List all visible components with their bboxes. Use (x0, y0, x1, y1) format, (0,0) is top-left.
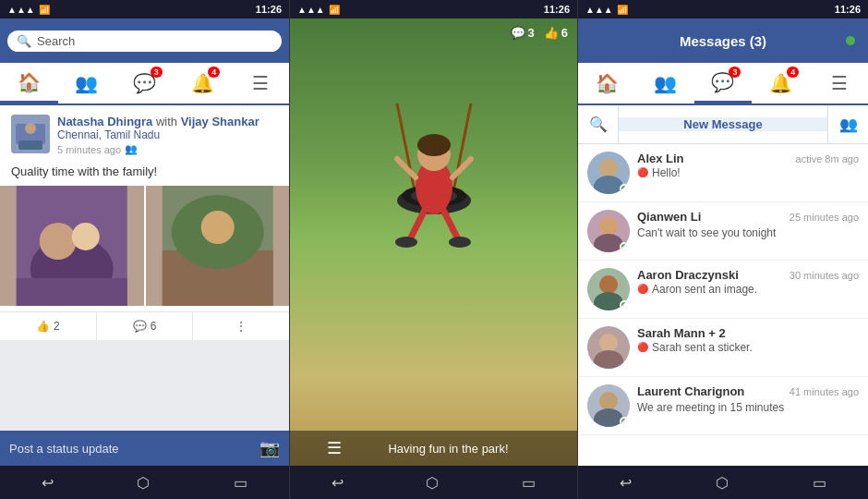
message-body-alex: Alex Lin active 8m ago 🔴 Hello! (637, 152, 859, 179)
message-name-alex: Alex Lin (637, 152, 684, 165)
svg-point-29 (599, 159, 618, 177)
status-time-middle: 11:26 (544, 4, 570, 15)
back-button-middle[interactable]: ↩ (332, 474, 344, 492)
avatar-laurent (587, 384, 630, 427)
camera-icon[interactable]: 📷 (259, 438, 280, 458)
nav-friends-right[interactable]: 👥 (636, 63, 694, 103)
svg-point-21 (417, 134, 451, 156)
unread-icon-aaron: 🔴 (637, 284, 648, 294)
svg-point-35 (599, 275, 618, 294)
status-bar-right: ▲▲▲ 📶 11:26 (578, 0, 868, 18)
status-bar-left: ▲▲▲ 📶 11:26 (0, 0, 289, 18)
right-panel: ▲▲▲ 📶 11:26 Messages (3) 🏠 👥 💬 3 🔔 4 ☰ (578, 0, 868, 499)
message-item-alex[interactable]: Alex Lin active 8m ago 🔴 Hello! (578, 144, 868, 202)
swing-illustration (342, 103, 526, 381)
recents-button-left[interactable]: ▭ (234, 474, 247, 492)
signal-icon-mid: 📶 (329, 5, 340, 15)
message-time-aaron: 30 minutes ago (790, 270, 859, 281)
home-button-middle[interactable]: ⬡ (426, 474, 439, 492)
group-message-button[interactable]: 👥 (827, 105, 868, 143)
nav-home[interactable]: 🏠 (0, 63, 58, 103)
like-counter: 👍 6 (544, 26, 568, 40)
message-time-laurent: 41 minutes ago (790, 386, 859, 397)
nav-friends[interactable]: 👥 (58, 63, 116, 103)
nav-notifications[interactable]: 🔔 4 (174, 63, 232, 103)
signal-icon: 📶 (39, 5, 50, 15)
status-icons-left: ▲▲▲ 📶 (7, 5, 50, 15)
status-icons-middle: ▲▲▲ 📶 (297, 5, 340, 15)
photo-counters: 💬 3 👍 6 (290, 18, 577, 47)
home-icon-right: 🏠 (596, 72, 619, 94)
nav-bar-right: 🏠 👥 💬 3 🔔 4 ☰ (578, 63, 868, 105)
nav-menu[interactable]: ☰ (231, 63, 289, 103)
back-button-left[interactable]: ↩ (42, 474, 54, 492)
feed-content: Natasha Dhingra with Vijay Shankar Chenn… (0, 105, 289, 431)
status-input-bar[interactable]: Post a status update 📷 (0, 431, 289, 466)
post-meta: Natasha Dhingra with Vijay Shankar Chenn… (57, 115, 278, 155)
messages-search-button[interactable]: 🔍 (578, 105, 619, 143)
svg-point-32 (599, 217, 618, 236)
status-icons-right: ▲▲▲ 📶 (585, 5, 628, 15)
search-bar[interactable]: 🔍 Search (7, 30, 282, 52)
post-images (0, 186, 289, 306)
svg-point-6 (40, 223, 77, 260)
recents-button-middle[interactable]: ▭ (522, 474, 536, 492)
online-dot-qianwen (620, 242, 629, 251)
message-preview-qianwen: Can't wait to see you tonight (637, 226, 776, 239)
status-placeholder: Post a status update (9, 442, 119, 456)
message-name-sarah: Sarah Mann + 2 (637, 326, 726, 340)
post-actions: 👍 2 💬 6 ⋮ (0, 311, 289, 340)
svg-point-27 (449, 237, 471, 248)
message-item-aaron[interactable]: Aaron Draczynski 30 minutes ago 🔴 Aaron … (578, 261, 868, 319)
status-time-left: 11:26 (256, 4, 282, 15)
post-text: Quality time with the family! (0, 161, 289, 186)
recents-button-right[interactable]: ▭ (813, 474, 826, 492)
group-icon-msg: 👥 (839, 116, 858, 133)
message-body-sarah: Sarah Mann + 2 🔴 Sarah sent a sticker. (637, 326, 859, 354)
message-preview-sarah: Sarah sent a sticker. (652, 341, 753, 354)
message-item-laurent[interactable]: Laurent Charignon 41 minutes ago We are … (578, 377, 868, 435)
post-image-1 (0, 186, 144, 306)
notifications-badge: 4 (208, 67, 220, 78)
comment-button[interactable]: 💬 6 (97, 312, 194, 340)
wifi-icon-mid: ▲▲▲ (297, 5, 325, 15)
comment-counter: 💬 3 (511, 26, 535, 40)
nav-menu-right[interactable]: ☰ (810, 63, 868, 103)
home-button-left[interactable]: ⬡ (137, 474, 150, 492)
nav-notifications-right[interactable]: 🔔 4 (752, 63, 810, 103)
thumbs-up-icon: 👍 (36, 320, 50, 333)
home-button-right[interactable]: ⬡ (716, 474, 729, 492)
back-button-right[interactable]: ↩ (620, 474, 632, 492)
post-header: Natasha Dhingra with Vijay Shankar Chenn… (0, 105, 289, 161)
menu-icon-right: ☰ (831, 72, 848, 94)
message-list: Alex Lin active 8m ago 🔴 Hello! (578, 144, 868, 466)
status-time-right: 11:26 (835, 4, 861, 15)
message-item-qianwen[interactable]: Qianwen Li 25 minutes ago Can't wait to … (578, 202, 868, 261)
like-button[interactable]: 👍 2 (0, 312, 97, 340)
comment-icon: 💬 (133, 320, 147, 333)
message-time-alex: active 8m ago (796, 153, 859, 164)
post-image-2 (146, 186, 290, 306)
svg-point-12 (200, 211, 234, 244)
wifi-icon: ▲▲▲ (7, 5, 35, 15)
avatar-alex (587, 152, 630, 194)
nav-messages[interactable]: 💬 3 (115, 63, 174, 103)
search-placeholder: Search (37, 34, 75, 48)
svg-point-2 (25, 123, 36, 134)
messages-header: Messages (3) (578, 18, 868, 63)
photo-caption-bar: ☰ Having fun in the park! (290, 431, 577, 466)
more-button[interactable]: ⋮ (193, 312, 289, 340)
online-indicator (846, 36, 855, 45)
post-card: Natasha Dhingra with Vijay Shankar Chenn… (0, 105, 289, 340)
online-dot-laurent (620, 417, 629, 426)
message-name-laurent: Laurent Charignon (637, 384, 744, 398)
photo-background: 💬 3 👍 6 (290, 18, 577, 466)
hamburger-icon[interactable]: ☰ (327, 438, 342, 458)
nav-home-right[interactable]: 🏠 (578, 63, 636, 103)
new-message-button[interactable]: New Message (619, 117, 827, 131)
message-body-aaron: Aaron Draczynski 30 minutes ago 🔴 Aaron … (637, 268, 859, 296)
comment-counter-icon: 💬 (511, 26, 525, 40)
message-item-sarah[interactable]: Sarah Mann + 2 🔴 Sarah sent a sticker. (578, 319, 868, 377)
photo-caption: Having fun in the park! (356, 442, 540, 456)
nav-messages-right[interactable]: 💬 3 (694, 63, 753, 103)
